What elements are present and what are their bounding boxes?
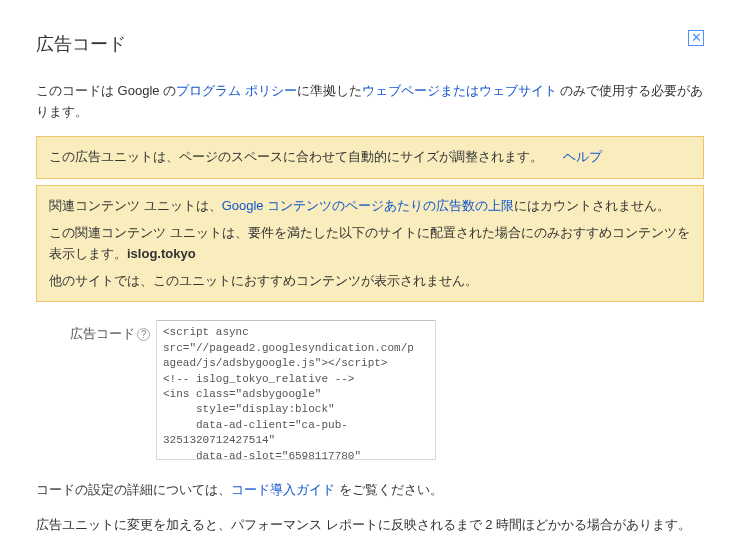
performance-note: 広告ユニットに変更を加えると、パフォーマンス レポートに反映されるまで 2 時間… [36, 515, 704, 536]
intro-part1: このコードは Google の [36, 83, 176, 98]
code-label: 広告コード? [36, 320, 156, 345]
code-guide-text: コードの設定の詳細については、コード導入ガイド をご覧ください。 [36, 480, 704, 501]
related-content-text1a: 関連コンテンツ ユニットは、 [49, 198, 222, 213]
help-link[interactable]: ヘルプ [563, 149, 602, 164]
code-guide-link[interactable]: コード導入ガイド [231, 482, 335, 497]
domain-name: islog.tokyo [127, 246, 196, 261]
page-title: 広告コード [36, 30, 126, 59]
related-content-text3: 他のサイトでは、このユニットにおすすめコンテンツが表示されません。 [49, 273, 478, 288]
help-icon[interactable]: ? [137, 328, 150, 341]
auto-size-info-box: この広告ユニットは、ページのスペースに合わせて自動的にサイズが調整されます。 ヘ… [36, 136, 704, 179]
close-icon[interactable]: ✕ [688, 30, 704, 46]
auto-size-text: この広告ユニットは、ページのスペースに合わせて自動的にサイズが調整されます。 [49, 149, 543, 164]
ad-code-textarea[interactable] [156, 320, 436, 460]
code-guide-text-a: コードの設定の詳細については、 [36, 482, 231, 497]
intro-text: このコードは Google のプログラム ポリシーに準拠したウェブページまたはウ… [36, 81, 704, 123]
related-content-text1b: にはカウントされません。 [514, 198, 670, 213]
intro-part2: に準拠した [297, 83, 362, 98]
program-policy-link[interactable]: プログラム ポリシー [176, 83, 297, 98]
ad-limit-link[interactable]: Google コンテンツのページあたりの広告数の上限 [222, 198, 515, 213]
web-page-site-link[interactable]: ウェブページまたはウェブサイト [362, 83, 557, 98]
related-content-info-box: 関連コンテンツ ユニットは、Google コンテンツのページあたりの広告数の上限… [36, 185, 704, 302]
code-guide-text-b: をご覧ください。 [335, 482, 443, 497]
